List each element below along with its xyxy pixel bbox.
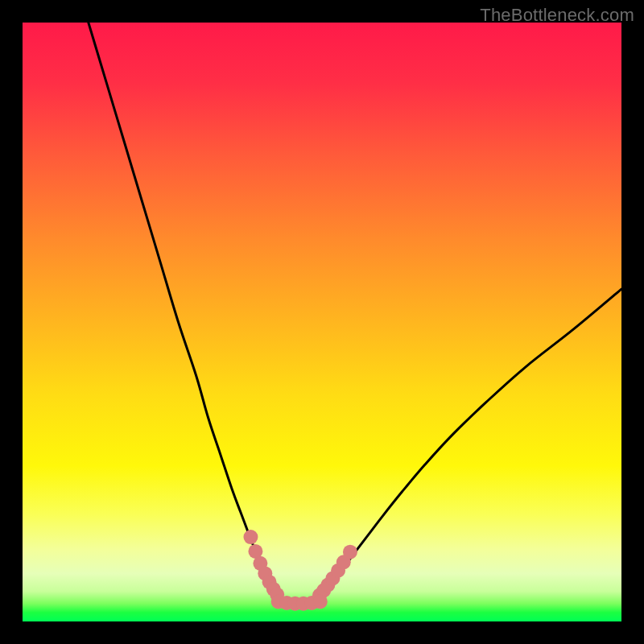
valley-marker	[243, 530, 258, 544]
watermark-text: TheBottleneck.com	[480, 5, 634, 26]
chart-svg	[23, 23, 621, 621]
valley-marker	[313, 594, 328, 609]
right-curve	[320, 289, 621, 595]
left-curve	[89, 23, 277, 595]
valley-marker	[343, 545, 357, 559]
chart-frame: TheBottleneck.com	[0, 0, 644, 644]
plot-area	[23, 23, 621, 621]
